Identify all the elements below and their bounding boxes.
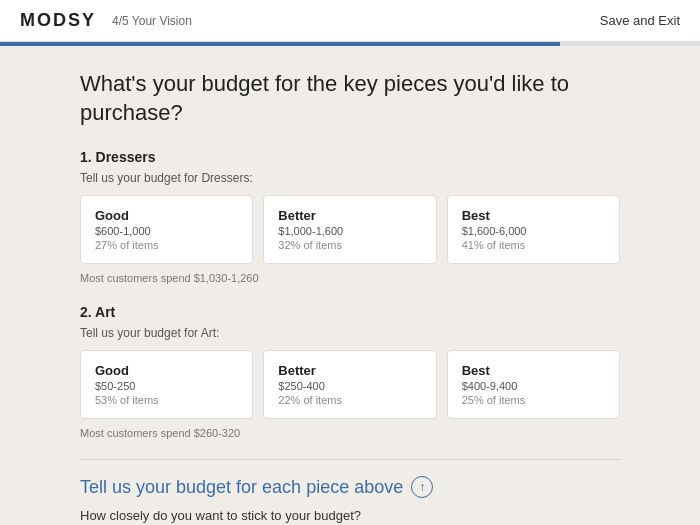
section-title-dressers: 1. Dressers: [80, 149, 620, 165]
header: MODSY 4/5 Your Vision Save and Exit: [0, 0, 700, 42]
logo: MODSY: [20, 10, 96, 31]
budget-card-title: Better: [278, 363, 421, 378]
tell-us-heading-text: Tell us your budget for each piece above: [80, 477, 403, 498]
tell-us-heading: Tell us your budget for each piece above…: [80, 476, 620, 498]
budget-card-percent: 27% of items: [95, 239, 238, 251]
budget-card-range: $600-1,000: [95, 225, 238, 237]
how-closely-text: How closely do you want to stick to your…: [80, 508, 620, 523]
budget-card-art-1[interactable]: Better$250-40022% of items: [263, 350, 436, 419]
budget-card-dressers-0[interactable]: Good$600-1,00027% of items: [80, 195, 253, 264]
progress-info: 4/5 Your Vision: [112, 14, 192, 28]
budget-card-title: Best: [462, 363, 605, 378]
budget-card-dressers-2[interactable]: Best$1,600-6,00041% of items: [447, 195, 620, 264]
budget-card-percent: 32% of items: [278, 239, 421, 251]
budget-card-range: $1,600-6,000: [462, 225, 605, 237]
most-customers-dressers: Most customers spend $1,030-1,260: [80, 272, 620, 284]
budget-card-range: $1,000-1,600: [278, 225, 421, 237]
main-content: What's your budget for the key pieces yo…: [0, 46, 700, 525]
section-dressers: 1. DressersTell us your budget for Dress…: [80, 149, 620, 284]
section-subtitle-art: Tell us your budget for Art:: [80, 326, 620, 340]
budget-card-range: $250-400: [278, 380, 421, 392]
most-customers-art: Most customers spend $260-320: [80, 427, 620, 439]
budget-card-title: Good: [95, 208, 238, 223]
budget-card-title: Good: [95, 363, 238, 378]
budget-card-title: Best: [462, 208, 605, 223]
section-subtitle-dressers: Tell us your budget for Dressers:: [80, 171, 620, 185]
budget-card-percent: 53% of items: [95, 394, 238, 406]
divider: [80, 459, 620, 460]
budget-card-art-2[interactable]: Best$400-9,40025% of items: [447, 350, 620, 419]
budget-card-range: $400-9,400: [462, 380, 605, 392]
section-title-art: 2. Art: [80, 304, 620, 320]
budget-card-percent: 41% of items: [462, 239, 605, 251]
budget-card-percent: 25% of items: [462, 394, 605, 406]
budget-cards-dressers: Good$600-1,00027% of itemsBetter$1,000-1…: [80, 195, 620, 264]
budget-card-dressers-1[interactable]: Better$1,000-1,60032% of items: [263, 195, 436, 264]
budget-card-percent: 22% of items: [278, 394, 421, 406]
budget-cards-art: Good$50-25053% of itemsBetter$250-40022%…: [80, 350, 620, 419]
header-left: MODSY 4/5 Your Vision: [20, 10, 192, 31]
sections-container: 1. DressersTell us your budget for Dress…: [80, 149, 620, 439]
section-art: 2. ArtTell us your budget for Art:Good$5…: [80, 304, 620, 439]
budget-card-range: $50-250: [95, 380, 238, 392]
save-exit-button[interactable]: Save and Exit: [600, 13, 680, 28]
up-arrow-icon: ↑: [411, 476, 433, 498]
budget-card-title: Better: [278, 208, 421, 223]
page-question: What's your budget for the key pieces yo…: [80, 70, 620, 127]
tell-us-section: Tell us your budget for each piece above…: [80, 476, 620, 525]
budget-card-art-0[interactable]: Good$50-25053% of items: [80, 350, 253, 419]
